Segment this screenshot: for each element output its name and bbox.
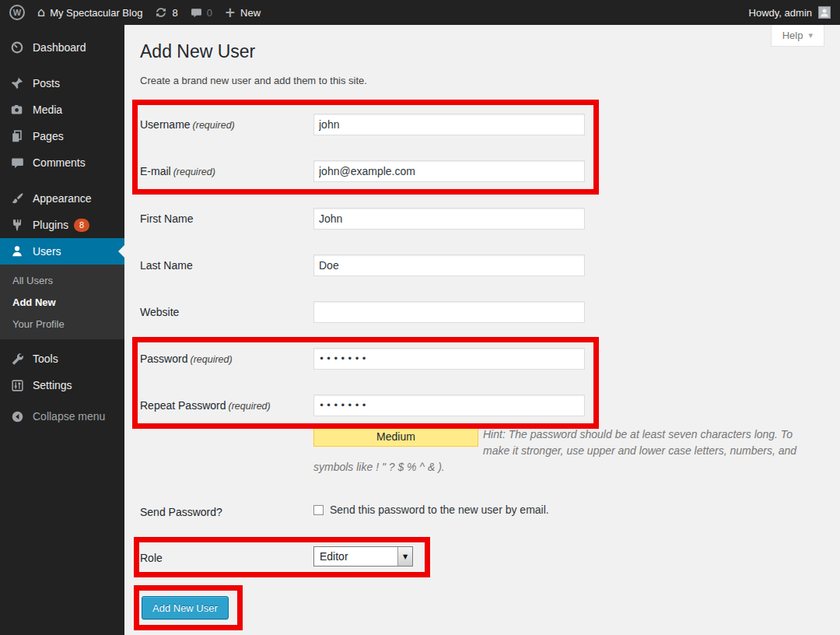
wrench-icon <box>6 352 28 366</box>
sidebar-item-plugins[interactable]: Plugins 8 <box>0 212 124 238</box>
repeat-password-label: Repeat Password(required) <box>140 399 307 412</box>
role-selected-value: Editor <box>320 550 348 563</box>
update-count: 8 <box>172 7 177 19</box>
account-menu[interactable]: Howdy, admin <box>749 6 831 19</box>
sidebar-item-pages[interactable]: Pages <box>0 123 124 149</box>
website-input[interactable] <box>313 301 585 323</box>
role-select[interactable]: Editor ▼ <box>313 546 413 567</box>
select-dropdown-button[interactable]: ▼ <box>397 547 412 566</box>
new-label: New <box>240 7 261 19</box>
password-hint-area: Medium Hint: The password should be at l… <box>313 426 805 475</box>
password-label: Password(required) <box>140 353 307 365</box>
plug-icon <box>6 218 28 232</box>
pushpin-icon <box>6 76 28 90</box>
avatar <box>818 6 831 19</box>
sidebar-item-appearance[interactable]: Appearance <box>0 185 124 212</box>
help-button[interactable]: Help ▾ <box>771 25 824 47</box>
role-label: Role <box>140 552 307 564</box>
last-name-input[interactable] <box>313 254 585 276</box>
send-password-checkbox[interactable] <box>313 505 324 515</box>
wordpress-admin-page: W ⌂ My Spectacular Blog 8 0 + New <box>0 0 840 635</box>
sidebar-item-all-users[interactable]: All Users <box>0 269 124 291</box>
website-label: Website <box>140 306 307 318</box>
active-item-arrow <box>118 245 124 258</box>
sidebar-item-tools[interactable]: Tools <box>0 346 124 372</box>
admin-bar: W ⌂ My Spectacular Blog 8 0 + New <box>0 0 840 25</box>
howdy-label: Howdy, admin <box>749 7 812 19</box>
dashboard-icon <box>6 40 28 54</box>
sidebar-item-dashboard[interactable]: Dashboard <box>0 34 124 61</box>
admin-sidebar: Dashboard Posts Media Pages Comments <box>0 25 124 635</box>
add-new-user-button[interactable]: Add New User <box>142 596 229 619</box>
plugins-update-badge: 8 <box>74 219 89 232</box>
email-input[interactable] <box>313 160 585 182</box>
users-submenu: All Users Add New Your Profile <box>0 265 124 339</box>
page-description: Create a brand new user and add them to … <box>140 75 840 86</box>
home-icon: ⌂ <box>37 6 45 19</box>
password-strength-meter: Medium <box>313 426 478 447</box>
first-name-label: First Name <box>140 212 307 225</box>
site-name-link[interactable]: ⌂ My Spectacular Blog <box>37 6 142 19</box>
password-input[interactable] <box>313 348 585 370</box>
comments-link[interactable]: 0 <box>191 7 212 19</box>
first-name-input[interactable] <box>313 208 585 230</box>
sidebar-item-settings[interactable]: Settings <box>0 372 124 398</box>
email-label: E-mail(required) <box>140 165 307 177</box>
help-label: Help <box>782 30 803 41</box>
chevron-down-icon: ▼ <box>403 553 408 560</box>
send-password-label: Send Password? <box>140 506 307 518</box>
wordpress-logo-menu[interactable]: W <box>9 5 25 20</box>
main-content: Add New User Create a brand new user and… <box>124 25 840 635</box>
sidebar-item-your-profile[interactable]: Your Profile <box>0 313 124 335</box>
camera-icon <box>6 103 28 117</box>
plus-icon: + <box>225 6 236 19</box>
last-name-label: Last Name <box>140 259 307 272</box>
new-content-link[interactable]: + New <box>225 6 261 19</box>
sidebar-item-users[interactable]: Users <box>0 238 124 265</box>
updates-link[interactable]: 8 <box>155 6 177 19</box>
send-password-checkbox-label: Send this password to the new user by em… <box>330 503 549 516</box>
page-title: Add New User <box>140 40 840 63</box>
settings-sliders-icon <box>6 379 28 392</box>
comments-bubble-icon <box>191 7 202 19</box>
sidebar-item-add-new[interactable]: Add New <box>0 291 124 313</box>
sidebar-item-media[interactable]: Media <box>0 96 124 123</box>
sidebar-item-posts[interactable]: Posts <box>0 70 124 96</box>
wordpress-logo-icon: W <box>9 5 25 20</box>
repeat-password-input[interactable] <box>313 395 585 416</box>
username-input[interactable] <box>313 114 585 135</box>
site-name-label: My Spectacular Blog <box>50 7 142 19</box>
username-label: Username(required) <box>140 118 307 131</box>
collapse-menu-button[interactable]: Collapse menu <box>0 403 124 430</box>
updates-icon <box>155 6 167 19</box>
comment-bubble-icon <box>6 156 28 170</box>
user-icon <box>6 244 28 258</box>
comment-count: 0 <box>207 7 212 19</box>
sidebar-item-comments[interactable]: Comments <box>0 149 124 176</box>
chevron-down-icon: ▾ <box>808 30 813 40</box>
collapse-arrow-icon <box>6 410 28 423</box>
send-password-row: Send this password to the new user by em… <box>313 503 549 516</box>
paintbrush-icon <box>6 191 28 205</box>
pages-icon <box>6 129 28 143</box>
